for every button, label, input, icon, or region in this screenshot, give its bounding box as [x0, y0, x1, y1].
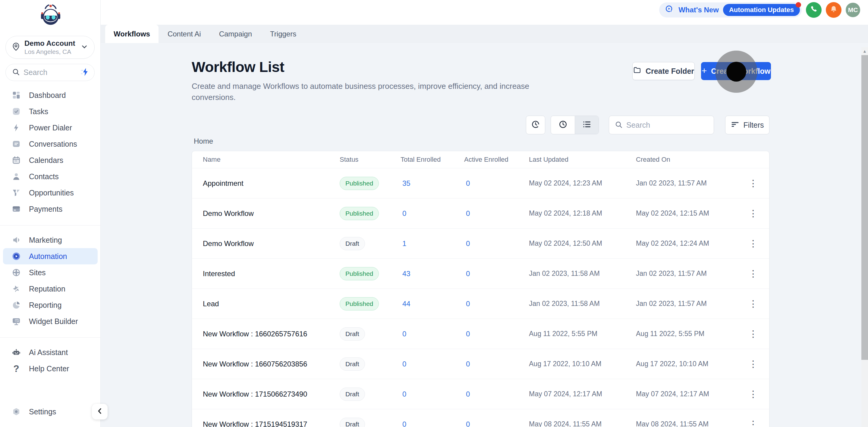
total-enrolled-value[interactable]: 35: [401, 179, 464, 188]
row-menu-button[interactable]: ⋮: [737, 419, 769, 427]
total-enrolled-value[interactable]: 0: [401, 420, 464, 427]
table-row[interactable]: Demo Workflow Draft 1 0 May 02 2024, 12:…: [192, 228, 769, 258]
account-switcher[interactable]: Demo Account Los Angeles, CA: [5, 36, 95, 59]
status-badge: Draft: [340, 418, 365, 427]
active-enrolled-value[interactable]: 0: [464, 209, 529, 218]
sidebar-item-ai-assistant[interactable]: Ai Assistant: [0, 344, 101, 360]
total-enrolled-value[interactable]: 0: [401, 360, 464, 368]
total-enrolled-value[interactable]: 43: [401, 269, 464, 278]
total-enrolled-value[interactable]: 0: [401, 209, 464, 218]
workflow-name[interactable]: Demo Workflow: [192, 239, 340, 248]
table-row[interactable]: Interested Published 43 0 Jan 02 2023, 1…: [192, 258, 769, 289]
sidebar-item-payments[interactable]: Payments: [0, 201, 101, 217]
recent-view-toggle[interactable]: [551, 116, 575, 134]
row-menu-button[interactable]: ⋮: [737, 389, 769, 399]
list-view-toggle[interactable]: [575, 116, 598, 134]
sidebar-item-contacts[interactable]: Contacts: [0, 168, 101, 185]
create-folder-button[interactable]: Create Folder: [632, 62, 695, 80]
sidebar-item-label: Conversations: [29, 140, 77, 149]
sidebar-item-reputation[interactable]: Reputation: [0, 281, 101, 297]
workflow-name[interactable]: New Workflow : 1715066273490: [192, 390, 340, 398]
scrollbar-up-arrow[interactable]: ▲: [861, 47, 868, 55]
status-badge: Published: [340, 207, 379, 220]
tab-workflows[interactable]: Workflows: [105, 25, 158, 43]
sidebar-item-power-dialer[interactable]: Power Dialer: [0, 120, 101, 136]
page-subtitle: Create and manage Workflows to automate …: [192, 81, 531, 103]
workflow-search-input[interactable]: [626, 121, 708, 130]
whats-new-button[interactable]: What's New Automation Updates: [659, 2, 802, 18]
sidebar-item-dashboard[interactable]: Dashboard: [0, 87, 101, 103]
row-menu-button[interactable]: ⋮: [737, 238, 769, 249]
total-enrolled-value[interactable]: 44: [401, 300, 464, 308]
user-avatar[interactable]: MC: [846, 3, 860, 17]
create-workflow-button[interactable]: + Create Workflow: [701, 62, 771, 80]
sidebar-item-help-center[interactable]: ? Help Center: [0, 360, 101, 377]
active-enrolled-value[interactable]: 0: [464, 269, 529, 278]
workflow-name[interactable]: New Workflow : 1660756203856: [192, 360, 340, 368]
sidebar-item-widget-builder[interactable]: Widget Builder: [0, 313, 101, 329]
sidebar-item-tasks[interactable]: Tasks: [0, 103, 101, 120]
table-row[interactable]: New Workflow : 1660756203856 Draft 0 0 A…: [192, 349, 769, 379]
sidebar-item-calendars[interactable]: Calendars: [0, 152, 101, 168]
workflow-name[interactable]: New Workflow : 1715194519317: [192, 420, 340, 427]
row-menu-button[interactable]: ⋮: [737, 329, 769, 339]
table-row[interactable]: Demo Workflow Published 0 0 May 02 2024,…: [192, 198, 769, 228]
sidebar-item-label: Widget Builder: [29, 317, 78, 326]
automation-updates-badge[interactable]: Automation Updates: [723, 4, 800, 16]
sidebar-item-opportunities[interactable]: Opportunities: [0, 185, 101, 201]
active-enrolled-value[interactable]: 0: [464, 360, 529, 368]
total-enrolled-value[interactable]: 0: [401, 330, 464, 338]
sidebar-search[interactable]: [5, 64, 95, 81]
sidebar-item-settings[interactable]: Settings: [0, 403, 101, 420]
row-menu-button[interactable]: ⋮: [737, 298, 769, 309]
tab-campaign[interactable]: Campaign: [210, 25, 261, 43]
sidebar-collapse-button[interactable]: [92, 404, 107, 420]
phone-button[interactable]: [806, 2, 822, 18]
enrollment-history-button[interactable]: [526, 116, 545, 134]
active-enrolled-value[interactable]: 0: [464, 300, 529, 308]
sidebar-search-input[interactable]: [24, 68, 81, 77]
chevron-down-icon: [81, 43, 88, 52]
workflow-name[interactable]: Lead: [192, 300, 340, 308]
workflow-name[interactable]: Demo Workflow: [192, 209, 340, 218]
sidebar-item-automation[interactable]: Automation: [3, 248, 98, 264]
sidebar-item-reporting[interactable]: Reporting: [0, 297, 101, 313]
sidebar-item-conversations[interactable]: Conversations: [0, 136, 101, 152]
created-on-value: Jan 02 2023, 11:57 AM: [636, 300, 737, 308]
row-menu-button[interactable]: ⋮: [737, 208, 769, 219]
scrollbar-thumb[interactable]: [861, 55, 868, 360]
active-enrolled-value[interactable]: 0: [464, 179, 529, 188]
row-menu-button[interactable]: ⋮: [737, 178, 769, 189]
tab-content-ai[interactable]: Content Ai: [158, 25, 210, 43]
workflow-search[interactable]: [609, 116, 714, 134]
phone-icon: [809, 5, 818, 15]
sidebar-item-label: Settings: [29, 407, 56, 416]
sidebar-item-marketing[interactable]: Marketing: [0, 232, 101, 248]
active-enrolled-value[interactable]: 0: [464, 330, 529, 338]
notifications-button[interactable]: [826, 2, 841, 18]
tab-triggers[interactable]: Triggers: [261, 25, 305, 43]
sidebar-item-label: Ai Assistant: [29, 348, 68, 357]
row-menu-button[interactable]: ⋮: [737, 359, 769, 369]
total-enrolled-value[interactable]: 0: [401, 390, 464, 398]
app-logo-robot: [38, 4, 63, 28]
active-enrolled-value[interactable]: 0: [464, 239, 529, 248]
table-row[interactable]: New Workflow : 1660265757616 Draft 0 0 A…: [192, 319, 769, 349]
filters-button[interactable]: Filters: [725, 116, 770, 134]
credit-card-icon: [11, 204, 21, 214]
active-enrolled-value[interactable]: 0: [464, 420, 529, 427]
workflow-name[interactable]: Interested: [192, 269, 340, 278]
active-enrolled-value[interactable]: 0: [464, 390, 529, 398]
table-row[interactable]: Appointment Published 35 0 May 02 2024, …: [192, 168, 769, 198]
workflow-name[interactable]: New Workflow : 1660265757616: [192, 330, 340, 338]
table-row[interactable]: New Workflow : 1715066273490 Draft 0 0 M…: [192, 379, 769, 409]
table-row[interactable]: New Workflow : 1715194519317 Draft 0 0 M…: [192, 409, 769, 427]
breadcrumb[interactable]: Home: [194, 137, 213, 145]
conversations-icon: [11, 139, 21, 149]
total-enrolled-value[interactable]: 1: [401, 239, 464, 248]
workflow-name[interactable]: Appointment: [192, 179, 340, 188]
row-menu-button[interactable]: ⋮: [737, 268, 769, 279]
table-row[interactable]: Lead Published 44 0 Jan 02 2023, 11:58 A…: [192, 289, 769, 319]
sidebar-item-sites[interactable]: Sites: [0, 264, 101, 281]
ai-bolt-icon[interactable]: [81, 67, 90, 78]
